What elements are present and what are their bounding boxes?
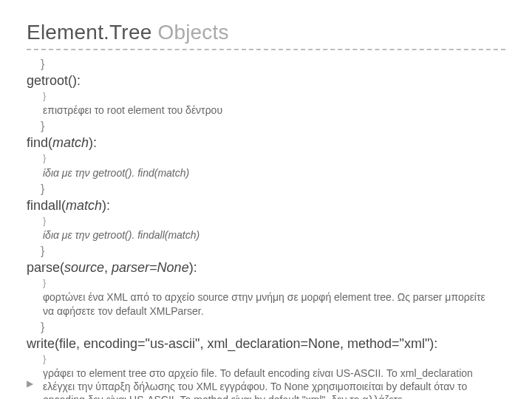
method-desc: γράφει το element tree στο αρχείο file. … bbox=[43, 366, 494, 399]
method-name: findall(match): bbox=[27, 198, 494, 214]
bullet-icon: } bbox=[43, 90, 53, 103]
method-name: write(file, encoding="us-ascii", xml_dec… bbox=[27, 336, 494, 352]
bullet-icon: } bbox=[41, 183, 51, 196]
list-item: } write(file, encoding="us-ascii", xml_d… bbox=[27, 321, 505, 399]
bullet-icon: } bbox=[43, 215, 53, 228]
method-name: parse(source, parser=None): bbox=[27, 260, 494, 276]
method-name: find(match): bbox=[27, 135, 494, 151]
title-text-2: Objects bbox=[157, 21, 228, 44]
list-item: } parse(source, parser=None): } φορτώνει… bbox=[27, 245, 505, 318]
method-desc: ίδια με την getroot(). findall(match) bbox=[43, 228, 494, 242]
bullet-icon: } bbox=[41, 120, 51, 133]
list-item: } getroot(): } επιστρέφει το root elemen… bbox=[27, 58, 505, 117]
method-list: } getroot(): } επιστρέφει το root elemen… bbox=[27, 58, 505, 399]
list-item: } findall(match): } ίδια με την getroot(… bbox=[27, 183, 505, 242]
list-item: } γράφει το element tree στο αρχείο file… bbox=[43, 353, 505, 399]
list-item: } επιστρέφει το root element του δέντρου bbox=[43, 90, 505, 117]
method-desc: ίδια με την getroot(). find(match) bbox=[43, 166, 494, 180]
bullet-icon: } bbox=[41, 245, 51, 258]
bullet-icon: } bbox=[43, 277, 53, 290]
method-name: getroot(): bbox=[27, 73, 494, 89]
slide-marker-icon: ▶ bbox=[27, 378, 33, 389]
bullet-icon: } bbox=[43, 152, 53, 165]
method-desc: επιστρέφει το root element του δέντρου bbox=[43, 103, 494, 117]
list-item: } ίδια με την getroot(). findall(match) bbox=[43, 215, 505, 242]
method-desc: φορτώνει ένα XML από το αρχείο source στ… bbox=[43, 290, 494, 317]
slide-title: Element.Tree Objects bbox=[27, 21, 505, 50]
bullet-icon: } bbox=[41, 321, 51, 334]
list-item: } φορτώνει ένα XML από το αρχείο source … bbox=[43, 277, 505, 318]
title-text-1: Element.Tree bbox=[27, 21, 157, 44]
list-item: } ίδια με την getroot(). find(match) bbox=[43, 152, 505, 179]
bullet-icon: } bbox=[41, 58, 51, 71]
list-item: } find(match): } ίδια με την getroot(). … bbox=[27, 120, 505, 179]
bullet-icon: } bbox=[43, 353, 53, 366]
